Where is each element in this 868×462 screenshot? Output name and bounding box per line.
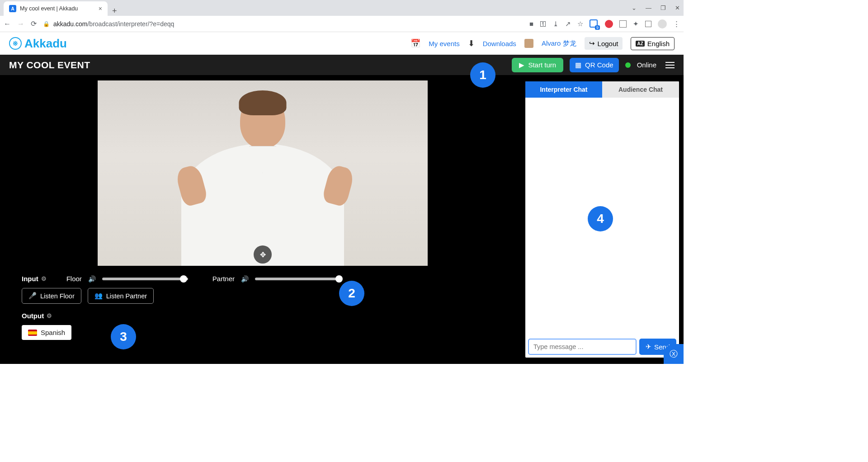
window-dropdown-icon[interactable]: ⌄ (632, 5, 637, 11)
window-maximize-icon[interactable]: ❐ (660, 5, 666, 11)
people-icon: 👥 (94, 292, 103, 300)
tab-close-icon[interactable]: × (99, 5, 102, 12)
window-close-icon[interactable]: ✕ (675, 5, 680, 11)
brand-logo[interactable]: ※ Akkadu (9, 37, 67, 51)
app-header: ※ Akkadu 📅 My events ⬇ Downloads Alvaro … (0, 32, 684, 55)
extensions-icon[interactable]: ✦ (633, 20, 639, 28)
tab-audience-chat[interactable]: Audience Chat (602, 81, 679, 98)
podium-icon: 🎤 (28, 292, 37, 300)
annotation-bubble-1: 1 (470, 62, 495, 88)
browser-menu-icon[interactable]: ⋮ (673, 20, 680, 28)
floor-label: Floor (66, 275, 82, 283)
chat-input[interactable] (528, 339, 637, 355)
start-turn-label: Start turn (528, 61, 556, 69)
qr-icon: ▦ (575, 61, 581, 69)
browser-tab[interactable]: A My cool event | Akkadu × (4, 1, 108, 16)
nav-forward-icon[interactable]: → (17, 20, 24, 28)
install-icon[interactable]: ⤓ (553, 20, 559, 28)
new-tab-button[interactable]: + (108, 6, 122, 16)
calendar-icon[interactable]: 📅 (410, 38, 420, 48)
share-icon[interactable]: ↗ (565, 20, 571, 28)
logout-button[interactable]: ↪ Logout (585, 37, 623, 50)
language-button[interactable]: AZ English (631, 37, 675, 50)
input-label: Input (22, 275, 38, 283)
flag-spain-icon (28, 330, 37, 336)
floor-volume-slider[interactable] (102, 278, 188, 280)
logout-label: Logout (598, 40, 618, 47)
language-badge-icon: AZ (636, 41, 644, 47)
partner-label: Partner (212, 275, 235, 283)
annotation-bubble-3: 3 (111, 324, 136, 349)
profile-avatar-icon[interactable] (658, 19, 667, 28)
lock-icon: 🔒 (43, 21, 50, 27)
event-title: MY COOL EVENT (9, 60, 90, 71)
url-domain: akkadu.com (53, 20, 87, 28)
extension-badge-icon[interactable]: 9 (590, 19, 599, 28)
browser-toolbar: ← → ⟳ 🔒 akkadu.com/broadcast/interpreter… (0, 16, 684, 32)
brand-name: Akkadu (24, 37, 67, 51)
qr-code-button[interactable]: ▦ QR Code (570, 58, 619, 72)
tab-favicon: A (9, 5, 16, 12)
user-avatar[interactable] (524, 39, 533, 48)
speaker-hair (239, 90, 287, 115)
output-language-label: Spanish (41, 329, 65, 336)
key-icon[interactable]: ⚿ (540, 20, 547, 28)
bookmark-icon[interactable]: ☆ (577, 20, 583, 28)
annotation-bubble-4: 4 (588, 206, 613, 231)
floating-close-button[interactable]: ⓧ (664, 344, 684, 364)
start-turn-button[interactable]: ▶ Start turn (512, 58, 563, 72)
sidepanel-icon[interactable] (645, 21, 651, 27)
audio-controls: Input ⚙ Floor 🔊 Partner 🔊 🎤 Listen Floor… (0, 266, 525, 350)
my-events-link[interactable]: My events (429, 40, 459, 47)
play-icon: ▶ (519, 61, 524, 69)
qr-label: QR Code (585, 61, 613, 69)
nav-reload-icon[interactable]: ⟳ (31, 19, 37, 28)
extension-red-icon[interactable] (605, 20, 613, 28)
listen-partner-button[interactable]: 👥 Listen Partner (88, 288, 154, 304)
listen-floor-label: Listen Floor (40, 292, 75, 300)
extension-box-icon[interactable] (619, 20, 627, 28)
language-label: English (647, 40, 670, 47)
input-gear-icon[interactable]: ⚙ (41, 275, 47, 282)
listen-partner-label: Listen Partner (106, 292, 147, 300)
window-minimize-icon[interactable]: ― (646, 5, 651, 11)
output-label: Output (22, 312, 44, 320)
brand-mark-icon: ※ (9, 37, 22, 50)
output-gear-icon[interactable]: ⚙ (47, 312, 52, 319)
tab-interpreter-chat[interactable]: Interpreter Chat (525, 81, 602, 98)
online-status: Online (637, 61, 656, 69)
menu-hamburger-icon[interactable] (665, 62, 675, 68)
download-circle-icon[interactable]: ⬇ (468, 38, 475, 48)
nav-back-icon[interactable]: ← (4, 20, 11, 28)
listen-floor-button[interactable]: 🎤 Listen Floor (22, 288, 81, 304)
event-toolbar: MY COOL EVENT ▶ Start turn ▦ QR Code Onl… (0, 55, 684, 75)
partner-volume-slider[interactable] (255, 278, 341, 280)
address-bar[interactable]: 🔒 akkadu.com/broadcast/interpreter/?e=de… (43, 20, 523, 28)
downloads-link[interactable]: Downloads (483, 40, 516, 47)
url-path: /broadcast/interpreter/?e=deqq (87, 20, 174, 28)
partner-volume-icon[interactable]: 🔊 (241, 275, 249, 283)
browser-tab-strip: A My cool event | Akkadu × + ⌄ ― ❐ ✕ (0, 0, 684, 16)
output-language-button[interactable]: Spanish (22, 325, 71, 340)
logout-icon: ↪ (589, 39, 595, 47)
video-player[interactable]: ✥ (98, 80, 428, 266)
camera-icon[interactable]: ■ (529, 20, 533, 28)
tab-title: My cool event | Akkadu (20, 5, 78, 12)
video-drag-handle[interactable]: ✥ (254, 245, 272, 264)
annotation-bubble-2: 2 (339, 281, 364, 306)
floor-volume-icon[interactable]: 🔊 (88, 275, 96, 283)
status-indicator-icon (625, 62, 631, 68)
send-icon: ✈ (646, 343, 651, 351)
user-name[interactable]: Alvaro 梦龙 (542, 39, 576, 48)
main-area: 1 2 3 4 ✥ Input ⚙ Floor 🔊 Partner 🔊 (0, 75, 684, 364)
